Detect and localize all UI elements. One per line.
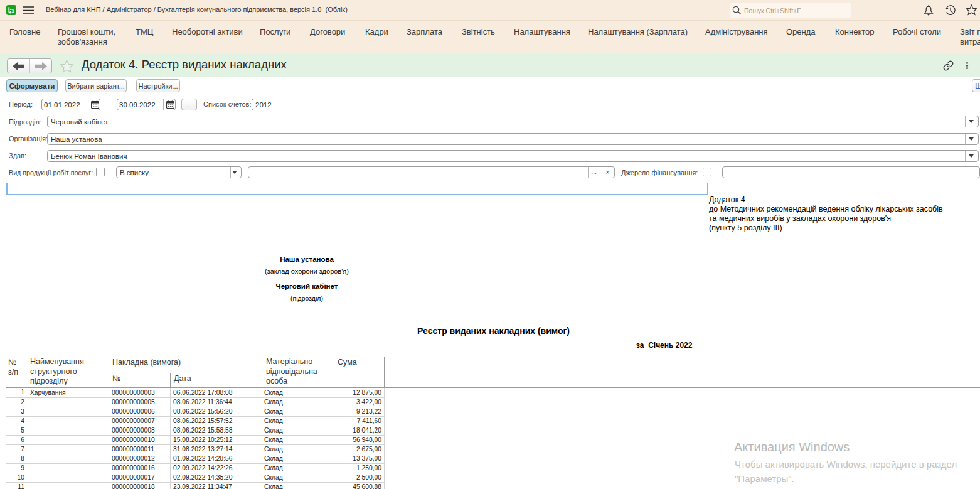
- svg-text:а: а: [9, 6, 14, 15]
